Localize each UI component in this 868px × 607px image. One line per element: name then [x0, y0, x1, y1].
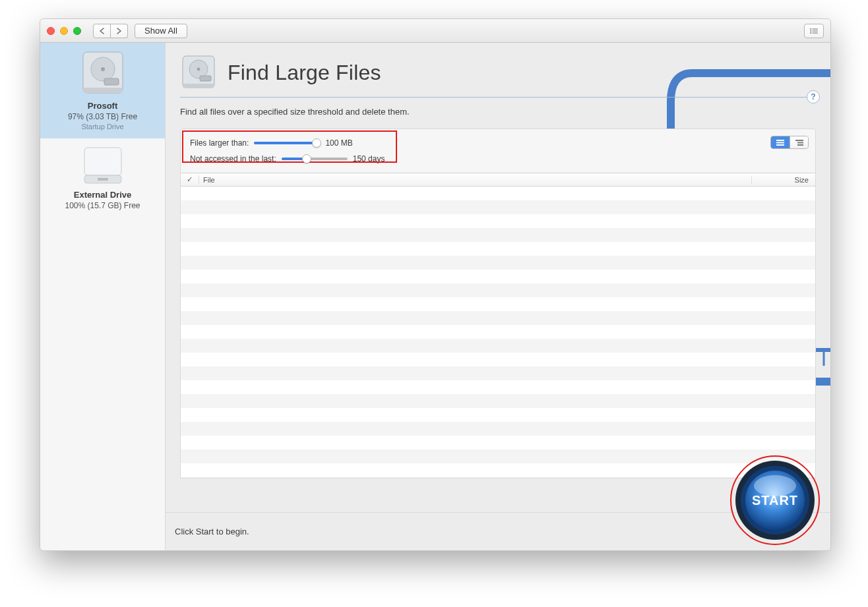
table-row[interactable] — [181, 477, 815, 478]
start-button[interactable]: START — [729, 454, 821, 546]
svg-rect-31 — [183, 84, 214, 88]
feature-description: Find all files over a specified size thr… — [180, 107, 816, 117]
results-panel: Files larger than: 100 MB Not accessed i… — [180, 129, 816, 478]
column-header-check[interactable]: ✓ — [181, 175, 199, 184]
svg-rect-36 — [797, 142, 803, 143]
view-mode-list-button[interactable] — [771, 136, 790, 148]
column-header-size[interactable]: Size — [752, 176, 815, 184]
svg-rect-35 — [795, 140, 803, 141]
header-rule: ? — [180, 97, 816, 98]
svg-point-29 — [197, 68, 201, 71]
size-threshold-label: Files larger than: — [190, 138, 249, 148]
svg-point-2 — [810, 30, 811, 32]
svg-rect-1 — [812, 28, 818, 29]
svg-rect-32 — [776, 140, 784, 141]
drive-free-line: 100% (15.7 GB) Free — [43, 201, 162, 210]
table-row[interactable] — [181, 200, 815, 214]
svg-rect-33 — [776, 142, 784, 143]
svg-rect-30 — [200, 76, 211, 81]
feature-drive-icon — [180, 55, 217, 90]
svg-rect-3 — [812, 30, 818, 31]
status-hint: Click Start to begin. — [175, 527, 249, 536]
view-list-icon — [776, 140, 784, 146]
main-panel: Find Large Files ? Find all files over a… — [166, 43, 830, 550]
drive-sidebar: Prosoft 97% (3.03 TB) Free Startup Drive… — [40, 43, 166, 550]
accessed-threshold-value: 150 days — [353, 154, 385, 163]
drive-free-line: 97% (3.03 TB) Free — [43, 112, 162, 121]
drive-name: Prosoft — [43, 101, 162, 111]
accessed-threshold-slider[interactable] — [282, 154, 348, 163]
column-header-file[interactable]: File — [199, 176, 752, 184]
help-icon: ? — [811, 92, 815, 101]
show-all-label: Show All — [144, 26, 177, 36]
sidebar-drive-external[interactable]: External Drive 100% (15.7 GB) Free — [40, 138, 165, 218]
show-all-button[interactable]: Show All — [135, 24, 187, 38]
sidebar-drive-prosoft[interactable]: Prosoft 97% (3.03 TB) Free Startup Drive — [40, 43, 165, 138]
svg-rect-13 — [98, 178, 108, 181]
drive-name: External Drive — [43, 190, 162, 200]
table-row[interactable] — [181, 339, 815, 353]
svg-point-4 — [810, 32, 811, 34]
table-row[interactable] — [181, 380, 815, 394]
page-title: Find Large Files — [228, 61, 381, 85]
chevron-left-icon — [99, 28, 105, 34]
accessed-threshold-label: Not accessed in the last: — [190, 154, 276, 163]
table-body[interactable] — [181, 187, 815, 478]
window-controls — [47, 27, 81, 35]
table-row[interactable] — [181, 297, 815, 311]
svg-rect-34 — [776, 144, 784, 146]
table-row[interactable] — [181, 283, 815, 297]
help-button[interactable]: ? — [807, 90, 820, 103]
start-button-label: START — [752, 493, 798, 507]
table-row[interactable] — [181, 214, 815, 228]
table-row[interactable] — [181, 256, 815, 270]
back-button[interactable] — [93, 24, 111, 38]
size-threshold-slider[interactable] — [254, 138, 320, 148]
view-mode-tree-button[interactable] — [790, 136, 808, 148]
table-row[interactable] — [181, 353, 815, 366]
nav-back-forward-group — [93, 24, 128, 38]
table-header: ✓ File Size — [181, 173, 815, 187]
zoom-window-button[interactable] — [73, 27, 81, 35]
table-row[interactable] — [181, 366, 815, 380]
internal-drive-icon — [43, 49, 162, 97]
page-header: Find Large Files — [180, 55, 816, 90]
results-table: ✓ File Size — [181, 173, 815, 478]
table-row[interactable] — [181, 436, 815, 449]
svg-rect-9 — [104, 78, 119, 85]
svg-point-8 — [101, 67, 105, 71]
list-view-toggle-button[interactable] — [804, 24, 824, 38]
forward-button[interactable] — [111, 24, 128, 38]
chevron-right-icon — [116, 28, 122, 34]
table-row[interactable] — [181, 463, 815, 477]
svg-rect-37 — [797, 144, 803, 146]
table-row[interactable] — [181, 422, 815, 436]
svg-point-0 — [810, 28, 811, 30]
external-drive-icon — [43, 145, 162, 186]
table-row[interactable] — [181, 325, 815, 339]
window-body: Prosoft 97% (3.03 TB) Free Startup Drive… — [40, 43, 830, 550]
filter-controls: Files larger than: 100 MB Not accessed i… — [181, 129, 815, 173]
table-row[interactable] — [181, 270, 815, 283]
table-row[interactable] — [181, 449, 815, 463]
view-mode-segmented — [770, 136, 809, 149]
drive-note: Startup Drive — [43, 123, 162, 130]
table-row[interactable] — [181, 228, 815, 242]
table-row[interactable] — [181, 187, 815, 200]
svg-rect-5 — [812, 32, 818, 33]
app-window: Show All — [40, 18, 831, 551]
minimize-window-button[interactable] — [60, 27, 68, 35]
table-row[interactable] — [181, 394, 815, 408]
size-threshold-value: 100 MB — [325, 138, 352, 148]
table-row[interactable] — [181, 242, 815, 256]
view-tree-icon — [795, 140, 803, 146]
close-window-button[interactable] — [47, 27, 55, 35]
table-row[interactable] — [181, 311, 815, 325]
content-area: Find Large Files ? Find all files over a… — [166, 43, 830, 512]
table-row[interactable] — [181, 408, 815, 422]
titlebar: Show All — [40, 19, 830, 43]
svg-rect-11 — [84, 148, 121, 175]
list-icon — [810, 28, 818, 34]
svg-rect-10 — [83, 88, 123, 93]
start-button-graphic: START — [729, 454, 821, 546]
